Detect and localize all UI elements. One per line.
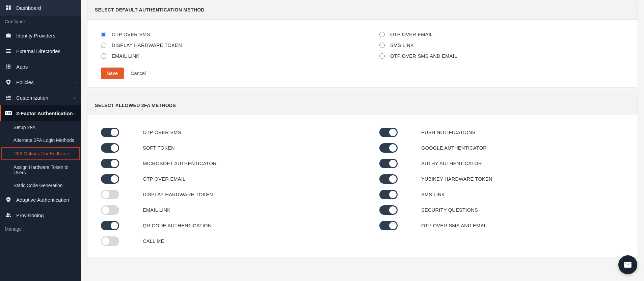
radio-input[interactable]: [379, 53, 385, 59]
toggle-label: YUBIKEY HARDWARE TOKEN: [421, 176, 492, 182]
sidebar-item-label: Identity Providers: [16, 33, 76, 39]
sidebar-item-adaptive-auth[interactable]: Adaptive Authentication: [0, 192, 81, 207]
sidebar-item-external-directories[interactable]: External Directories: [0, 43, 81, 59]
toggle-label: SECURITY QUESTIONS: [421, 207, 478, 213]
toggle-switch[interactable]: [379, 159, 398, 168]
sidebar-item-dashboard[interactable]: Dashboard: [0, 0, 81, 16]
radio-label: SMS LINK: [390, 43, 414, 48]
toggle-label: SMS LINK: [421, 192, 445, 197]
otp-icon: 123: [5, 109, 12, 117]
radio-option[interactable]: SMS LINK: [379, 40, 624, 51]
section-configure: Configure: [0, 16, 81, 28]
panel-header: SELECT ALLOWED 2FA METHODS: [87, 96, 638, 115]
sidebar-item-2fa[interactable]: 123 2-Factor Authentication ⌄: [0, 105, 81, 121]
toggle-row: YUBIKEY HARDWARE TOKEN: [379, 171, 624, 187]
toggle-switch[interactable]: [379, 128, 398, 137]
sidebar-item-label: Policies: [16, 79, 73, 85]
sidebar-item-label: Provisioning: [16, 212, 76, 218]
toggle-knob: [389, 191, 397, 198]
radio-option[interactable]: DISPLAY HARDWARE TOKEN: [101, 40, 346, 51]
toggle-row: QR CODE AUTHENTICATION: [101, 218, 346, 233]
sidebar-item-provisioning[interactable]: Provisioning: [0, 207, 81, 223]
sidebar-item-apps[interactable]: Apps: [0, 59, 81, 74]
sidebar-item-policies[interactable]: Policies ⌄: [0, 74, 81, 90]
radio-input[interactable]: [379, 43, 385, 48]
radio-label: DISPLAY HARDWARE TOKEN: [112, 43, 182, 48]
sidebar-item-identity-providers[interactable]: Identity Providers: [0, 28, 81, 43]
toggle-switch[interactable]: [101, 128, 119, 137]
toggle-switch[interactable]: [101, 174, 119, 184]
toggle-switch[interactable]: [101, 221, 119, 230]
sidebar-sub-2fa-options[interactable]: 2FA Options For EndUsers: [1, 147, 80, 160]
toggle-label: PUSH NOTIFICATIONS: [421, 130, 476, 135]
main-content: SELECT DEFAULT AUTHENTICATION METHOD OTP…: [81, 0, 644, 281]
radio-label: OTP OVER EMAIL: [390, 32, 433, 37]
radio-option[interactable]: OTP OVER EMAIL: [379, 29, 624, 40]
toggle-label: CALL ME: [143, 238, 164, 244]
sidebar-sub-setup-2fa[interactable]: Setup 2FA: [0, 121, 81, 134]
chat-fab[interactable]: [618, 255, 637, 274]
cancel-button[interactable]: Cancel: [131, 71, 146, 76]
panel-allowed-2fa: SELECT ALLOWED 2FA METHODS OTP OVER SMSS…: [87, 96, 638, 257]
toggle-label: SOFT TOKEN: [143, 145, 175, 151]
toggle-switch[interactable]: [379, 205, 398, 215]
section-manage: Manage: [0, 223, 81, 235]
toggle-label: OTP OVER EMAIL: [143, 176, 185, 182]
toggle-knob: [389, 222, 397, 229]
toggle-switch[interactable]: [101, 143, 119, 153]
toggle-label: OTP OVER SMS: [143, 130, 181, 135]
radio-label: OTP OVER SMS AND EMAIL: [390, 53, 457, 59]
toggle-knob: [111, 144, 118, 152]
chevron-down-icon: ⌄: [73, 80, 76, 84]
panel-body: OTP OVER SMSDISPLAY HARDWARE TOKENEMAIL …: [87, 20, 638, 87]
toggle-label: EMAIL LINK: [143, 207, 170, 213]
panel-actions: Save Cancel: [101, 68, 624, 79]
briefcase-icon: [5, 32, 12, 39]
toggle-switch[interactable]: [101, 236, 119, 246]
radio-option[interactable]: OTP OVER SMS AND EMAIL: [379, 51, 624, 61]
toggle-label: AUTHY AUTHENTICATOR: [421, 161, 482, 166]
radio-grid: OTP OVER SMSDISPLAY HARDWARE TOKENEMAIL …: [101, 29, 624, 61]
sidebar-sub-alternate-login[interactable]: Alternate 2FA Login Methods: [0, 134, 81, 147]
radio-input[interactable]: [101, 53, 106, 59]
toggle-switch[interactable]: [379, 221, 398, 230]
toggle-label: DISPLAY HARDWARE TOKEN: [143, 192, 213, 197]
sliders-icon: [5, 94, 12, 101]
toggle-column-right: PUSH NOTIFICATIONSGOOGLE AUTHENTICATORAU…: [379, 125, 624, 249]
save-button[interactable]: Save: [101, 68, 124, 79]
sidebar: Dashboard Configure Identity Providers E…: [0, 0, 81, 281]
toggle-switch[interactable]: [379, 143, 398, 153]
toggle-knob: [111, 222, 118, 229]
radio-input[interactable]: [101, 32, 106, 37]
radio-option[interactable]: EMAIL LINK: [101, 51, 346, 61]
panel-header: SELECT DEFAULT AUTHENTICATION METHOD: [87, 0, 638, 20]
panel-default-auth-method: SELECT DEFAULT AUTHENTICATION METHOD OTP…: [87, 0, 638, 87]
sidebar-sub-assign-token[interactable]: Assign Hardware Token to Users: [0, 161, 81, 179]
radio-option[interactable]: OTP OVER SMS: [101, 29, 346, 40]
toggle-row: EMAIL LINK: [101, 202, 346, 218]
toggle-grid: OTP OVER SMSSOFT TOKENMICROSOFT AUTHENTI…: [101, 125, 624, 249]
chevron-down-icon: ⌄: [73, 111, 76, 116]
toggle-switch[interactable]: [379, 174, 398, 184]
sidebar-sub-static-code[interactable]: Static Code Generation: [0, 179, 81, 192]
radio-column-right: OTP OVER EMAILSMS LINKOTP OVER SMS AND E…: [379, 29, 624, 61]
toggle-switch[interactable]: [379, 190, 398, 199]
toggle-switch[interactable]: [101, 159, 119, 168]
radio-column-left: OTP OVER SMSDISPLAY HARDWARE TOKENEMAIL …: [101, 29, 346, 61]
radio-input[interactable]: [379, 32, 385, 37]
toggle-knob: [102, 237, 109, 245]
toggle-row: SECURITY QUESTIONS: [379, 202, 624, 218]
toggle-knob: [111, 175, 118, 183]
radio-input[interactable]: [101, 43, 106, 48]
toggle-knob: [111, 160, 118, 167]
toggle-switch[interactable]: [101, 205, 119, 215]
sidebar-item-label: Adaptive Authentication: [16, 197, 76, 203]
toggle-switch[interactable]: [101, 190, 119, 199]
sidebar-item-customization[interactable]: Customization ⌄: [0, 90, 81, 105]
sidebar-item-label: External Directories: [16, 48, 76, 54]
toggle-row: OTP OVER SMS AND EMAIL: [379, 218, 624, 233]
radio-label: OTP OVER SMS: [112, 32, 150, 37]
toggle-row: GOOGLE AUTHENTICATOR: [379, 140, 624, 156]
shield-icon: [5, 78, 12, 86]
toggle-row: CALL ME: [101, 233, 346, 249]
